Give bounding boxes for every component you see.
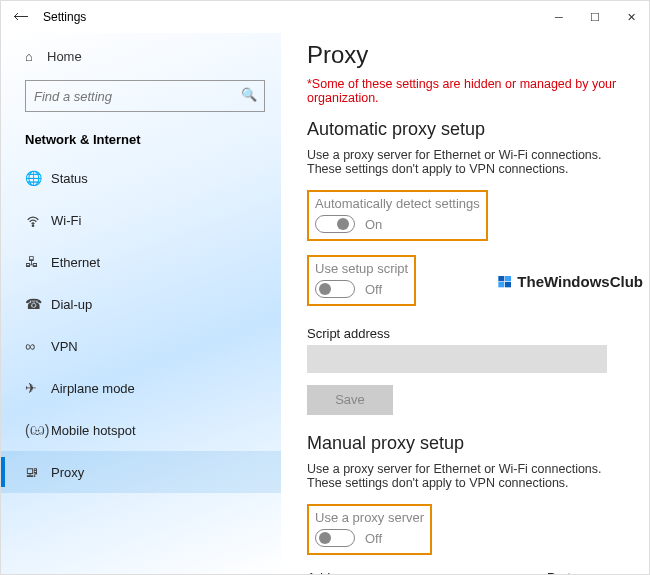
close-button[interactable]: ✕ [613,2,649,32]
auto-detect-toggle[interactable] [315,215,355,233]
sidebar-item-label: Dial-up [51,297,92,312]
section-auto-title: Automatic proxy setup [307,119,623,140]
setup-script-state: Off [365,282,382,297]
setup-script-toggle[interactable] [315,280,355,298]
use-proxy-toggle[interactable] [315,529,355,547]
minimize-button[interactable]: ─ [541,2,577,32]
watermark: TheWindowsClub [497,273,643,290]
sidebar-item-ethernet[interactable]: 🖧 Ethernet [1,241,281,283]
svg-rect-2 [505,276,511,281]
window-title: Settings [31,10,541,24]
toggle-knob [337,218,349,230]
use-proxy-label: Use a proxy server [315,510,424,525]
col-port: Port [547,570,617,574]
org-warning: *Some of these settings are hidden or ma… [307,77,623,105]
ethernet-icon: 🖧 [25,254,51,270]
svg-rect-1 [499,276,505,281]
manual-columns: Address Port [307,569,623,574]
sidebar-item-dialup[interactable]: ☎ Dial-up [1,283,281,325]
setting-setup-script: Use setup script Off [307,255,416,306]
sidebar-item-label: Ethernet [51,255,100,270]
sidebar-item-airplane[interactable]: ✈ Airplane mode [1,367,281,409]
titlebar: 🡐 Settings ─ ☐ ✕ [1,1,649,33]
script-address-label: Script address [307,326,623,341]
search-input[interactable] [25,80,265,112]
svg-rect-4 [505,282,511,287]
maximize-button[interactable]: ☐ [577,2,613,32]
script-address-input[interactable] [307,345,607,373]
sidebar-item-status[interactable]: 🌐 Status [1,157,281,199]
home-icon: ⌂ [25,49,47,64]
main-panel: Proxy *Some of these settings are hidden… [281,33,649,574]
sidebar-item-vpn[interactable]: ∞ VPN [1,325,281,367]
sidebar-item-label: Proxy [51,465,84,480]
search-icon: 🔍 [241,87,257,102]
setting-auto-detect: Automatically detect settings On [307,190,488,241]
sidebar-item-label: VPN [51,339,78,354]
setting-use-proxy: Use a proxy server Off [307,504,432,555]
auto-detect-label: Automatically detect settings [315,196,480,211]
use-proxy-state: Off [365,531,382,546]
proxy-icon: 🖳 [25,464,51,480]
airplane-icon: ✈ [25,380,51,396]
toggle-knob [319,283,331,295]
sidebar: ⌂ Home 🔍 Network & Internet 🌐 Status Wi-… [1,33,281,574]
sidebar-item-proxy[interactable]: 🖳 Proxy [1,451,281,493]
home-label: Home [47,49,82,64]
search-box[interactable]: 🔍 [25,80,265,112]
sidebar-item-label: Mobile hotspot [51,423,136,438]
sidebar-item-hotspot[interactable]: (ඏ) Mobile hotspot [1,409,281,451]
sidebar-item-label: Wi-Fi [51,213,81,228]
sidebar-item-label: Airplane mode [51,381,135,396]
save-button[interactable]: Save [307,385,393,415]
section-auto-desc: Use a proxy server for Ethernet or Wi-Fi… [307,148,623,176]
sidebar-item-wifi[interactable]: Wi-Fi [1,199,281,241]
status-icon: 🌐 [25,170,51,186]
wifi-icon [25,211,51,228]
hotspot-icon: (ඏ) [25,422,51,439]
sidebar-category: Network & Internet [1,126,281,157]
dialup-icon: ☎ [25,296,51,312]
col-address: Address [307,570,537,574]
back-icon[interactable]: 🡐 [11,8,31,26]
sidebar-home[interactable]: ⌂ Home [1,39,281,74]
vpn-icon: ∞ [25,338,51,354]
watermark-text: TheWindowsClub [517,273,643,290]
svg-point-0 [32,225,33,226]
toggle-knob [319,532,331,544]
svg-rect-3 [499,282,505,287]
auto-detect-state: On [365,217,382,232]
windows-logo-icon [497,274,513,290]
sidebar-item-label: Status [51,171,88,186]
page-title: Proxy [307,41,623,69]
section-manual-title: Manual proxy setup [307,433,623,454]
setup-script-label: Use setup script [315,261,408,276]
section-manual-desc: Use a proxy server for Ethernet or Wi-Fi… [307,462,623,490]
